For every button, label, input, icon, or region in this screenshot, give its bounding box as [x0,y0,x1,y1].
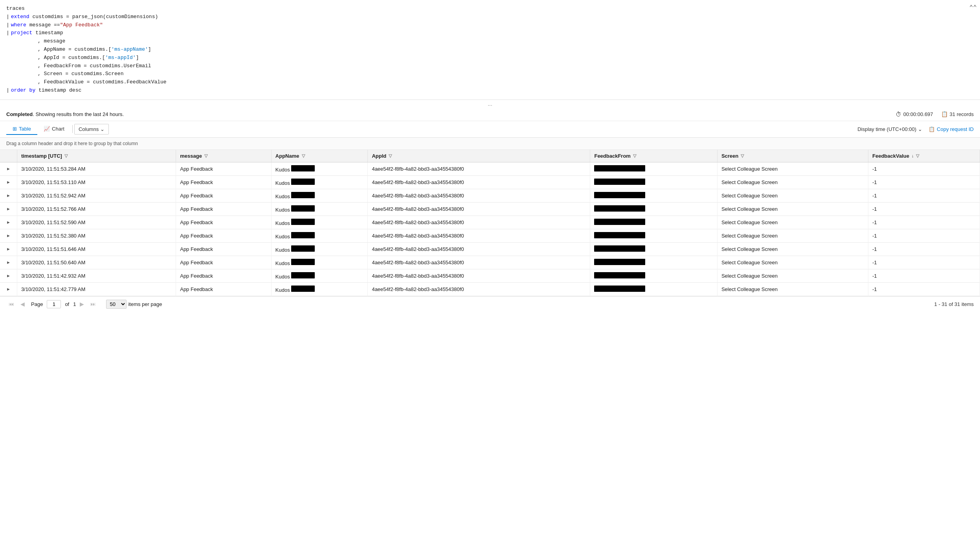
appname-redacted [291,245,315,252]
cell-screen: Select Colleague Screen [717,216,868,229]
cell-message: App Feedback [176,216,272,229]
expand-row-btn[interactable]: ► [4,206,13,212]
query-line-orderby: | order by timestamp desc [6,87,974,95]
status-completed: Completed [6,111,33,117]
expand-row-btn[interactable]: ► [4,166,13,172]
collapse-button[interactable]: ⌃⌃ [969,3,977,13]
cell-appid: 4aee54f2-f8fb-4a82-bbd3-aa34554380f0 [368,162,590,175]
col-appname-header[interactable]: AppName ▽ [271,150,368,162]
query-extend-text: customdims = parse_json(customDimensions… [29,13,158,21]
chart-tab-label: Chart [52,126,64,132]
appname-filter-icon[interactable]: ▽ [302,153,305,158]
toolbar-right: Display time (UTC+00:00) ⌄ 📋 Copy reques… [857,126,974,132]
cell-feedbackvalue: -1 [868,282,980,296]
next-page-btn[interactable]: ▶ [77,300,86,308]
pagination-controls: ⏮ ◀ Page of 1 ▶ ⏭ 10 20 50 100 items per… [6,300,162,309]
columns-button[interactable]: Columns ⌄ [74,124,109,134]
ellipsis-separator: ... [0,100,980,108]
expand-row-btn[interactable]: ► [4,246,13,252]
query-editor: traces | extend customdims = parse_json(… [0,0,980,100]
screen-label: Screen [721,153,738,159]
first-page-btn[interactable]: ⏮ [6,300,17,308]
query-where-text: message == [26,21,60,29]
cell-feedbackfrom [590,256,717,269]
status-bar: Completed. Showing results from the last… [0,108,980,121]
feedbackfrom-filter-icon[interactable]: ▽ [633,153,636,158]
col-feedbackvalue-header[interactable]: FeedbackValue ↓ ▽ [868,150,980,162]
appname-redacted [291,259,315,265]
cell-appname: Kudos [271,216,368,229]
cell-timestamp: 3/10/2020, 11:51:53.110 AM [17,175,176,189]
query-line-extend: | extend customdims = parse_json(customD… [6,13,974,21]
last-page-btn[interactable]: ⏭ [88,300,98,308]
timestamp-filter-icon[interactable]: ▽ [64,153,68,158]
table-row: ► 3/10/2020, 11:51:42.932 AM App Feedbac… [0,269,980,282]
columns-label: Columns [79,126,99,132]
feedbackvalue-sort-icon[interactable]: ↓ [912,153,914,158]
expand-row-btn[interactable]: ► [4,286,13,292]
expand-row-btn[interactable]: ► [4,232,13,239]
cell-appid: 4aee54f2-f8fb-4a82-bbd3-aa34554380f0 [368,269,590,282]
row-expand-cell: ► [0,229,17,242]
expand-row-btn[interactable]: ► [4,192,13,199]
cell-screen: Select Colleague Screen [717,229,868,242]
cell-screen: Select Colleague Screen [717,269,868,282]
cell-feedbackfrom [590,162,717,175]
cell-message: App Feedback [176,256,272,269]
query-orderby-text: timestamp desc [35,87,81,95]
table-row: ► 3/10/2020, 11:51:51.646 AM App Feedbac… [0,242,980,256]
of-label: of [65,301,69,307]
cell-appname: Kudos [271,242,368,256]
cell-appname: Kudos [271,282,368,296]
expand-row-btn[interactable]: ► [4,273,13,279]
query-where-value: "App Feedback" [60,21,103,29]
cell-timestamp: 3/10/2020, 11:51:52.942 AM [17,189,176,202]
page-input[interactable] [47,300,61,308]
screen-filter-icon[interactable]: ▽ [741,153,744,158]
cell-feedbackfrom [590,269,717,282]
page-label: Page [31,301,43,307]
message-filter-icon[interactable]: ▽ [204,153,207,158]
expand-row-btn[interactable]: ► [4,219,13,225]
col-appid-header[interactable]: AppId ▽ [368,150,590,162]
prev-page-btn[interactable]: ◀ [18,300,27,308]
feedbackvalue-filter-icon[interactable]: ▽ [916,153,919,158]
col-timestamp-header[interactable]: timestamp [UTC] ▽ [17,150,176,162]
data-table-container[interactable]: timestamp [UTC] ▽ message ▽ AppName ▽ [0,150,980,296]
per-page-dropdown[interactable]: 10 20 50 100 [106,300,127,309]
cell-timestamp: 3/10/2020, 11:51:50.640 AM [17,256,176,269]
cell-appname: Kudos [271,162,368,175]
per-page-select[interactable]: 10 20 50 100 items per page [106,300,162,309]
cell-feedbackfrom [590,189,717,202]
total-pages: 1 [73,301,76,307]
cell-appid: 4aee54f2-f8fb-4a82-bbd3-aa34554380f0 [368,216,590,229]
clock-icon: ⏱ [896,111,901,118]
records-value: 31 records [950,111,974,117]
cell-appname: Kudos [271,175,368,189]
table-tab[interactable]: ⊞ Table [6,123,37,135]
cell-appid: 4aee54f2-f8fb-4a82-bbd3-aa34554380f0 [368,229,590,242]
cell-message: App Feedback [176,282,272,296]
cell-timestamp: 3/10/2020, 11:51:53.284 AM [17,162,176,175]
pagination-bar: ⏮ ◀ Page of 1 ▶ ⏭ 10 20 50 100 items per… [0,296,980,312]
copy-request-id[interactable]: 📋 Copy request ID [929,126,974,132]
display-time-chevron: ⌄ [918,126,922,132]
query-line-appid: , AppId = customdims.['ms-appId'] [6,54,974,62]
col-screen-header[interactable]: Screen ▽ [717,150,868,162]
copy-icon: 📋 [929,126,935,132]
appname-redacted [291,179,315,185]
expand-row-btn[interactable]: ► [4,179,13,185]
cell-feedbackvalue: -1 [868,269,980,282]
query-line-where: | where message == "App Feedback" [6,21,974,29]
cell-message: App Feedback [176,175,272,189]
row-expand-cell: ► [0,189,17,202]
cell-appid: 4aee54f2-f8fb-4a82-bbd3-aa34554380f0 [368,242,590,256]
display-time[interactable]: Display time (UTC+00:00) ⌄ [857,126,922,132]
expand-row-btn[interactable]: ► [4,259,13,265]
table-row: ► 3/10/2020, 11:51:52.380 AM App Feedbac… [0,229,980,242]
col-message-header[interactable]: message ▽ [176,150,272,162]
chart-tab[interactable]: 📈 Chart [37,123,71,135]
cell-feedbackvalue: -1 [868,202,980,216]
appid-filter-icon[interactable]: ▽ [389,153,392,158]
col-feedbackfrom-header[interactable]: FeedbackFrom ▽ [590,150,717,162]
